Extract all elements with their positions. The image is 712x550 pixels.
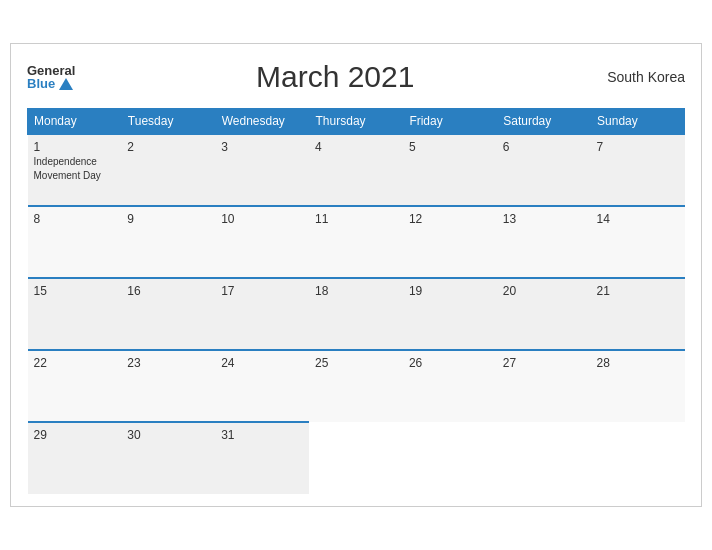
day-number: 19 — [409, 284, 491, 298]
logo-blue-text: Blue — [27, 77, 73, 90]
week-row-2: 891011121314 — [28, 206, 685, 278]
calendar-cell: 17 — [215, 278, 309, 350]
day-header-wednesday: Wednesday — [215, 109, 309, 135]
calendar-cell: 30 — [121, 422, 215, 494]
day-number: 9 — [127, 212, 209, 226]
calendar-cell: 29 — [28, 422, 122, 494]
day-number: 17 — [221, 284, 303, 298]
day-number: 12 — [409, 212, 491, 226]
logo-triangle-icon — [59, 78, 73, 90]
day-number: 1 — [34, 140, 116, 154]
calendar-cell — [497, 422, 591, 494]
calendar-cell: 5 — [403, 134, 497, 206]
calendar-region: South Korea — [595, 69, 685, 85]
calendar-cell: 1Independence Movement Day — [28, 134, 122, 206]
calendar-cell: 21 — [591, 278, 685, 350]
day-header-tuesday: Tuesday — [121, 109, 215, 135]
logo: General Blue — [27, 64, 75, 90]
calendar-cell: 12 — [403, 206, 497, 278]
calendar-cell — [403, 422, 497, 494]
calendar-cell: 31 — [215, 422, 309, 494]
day-headers-row: MondayTuesdayWednesdayThursdayFridaySatu… — [28, 109, 685, 135]
calendar-cell: 13 — [497, 206, 591, 278]
calendar-cell: 4 — [309, 134, 403, 206]
calendar-cell: 18 — [309, 278, 403, 350]
day-number: 25 — [315, 356, 397, 370]
calendar-cell: 20 — [497, 278, 591, 350]
calendar-cell: 10 — [215, 206, 309, 278]
calendar-grid: MondayTuesdayWednesdayThursdayFridaySatu… — [27, 108, 685, 494]
day-number: 14 — [597, 212, 679, 226]
day-number: 15 — [34, 284, 116, 298]
day-number: 18 — [315, 284, 397, 298]
week-row-5: 293031 — [28, 422, 685, 494]
day-number: 4 — [315, 140, 397, 154]
calendar-header: General Blue March 2021 South Korea — [27, 60, 685, 94]
calendar-cell: 26 — [403, 350, 497, 422]
calendar-cell: 6 — [497, 134, 591, 206]
day-event: Independence Movement Day — [34, 156, 101, 181]
calendar-cell: 3 — [215, 134, 309, 206]
day-number: 5 — [409, 140, 491, 154]
calendar-container: General Blue March 2021 South Korea Mond… — [10, 43, 702, 507]
calendar-cell: 9 — [121, 206, 215, 278]
calendar-cell: 8 — [28, 206, 122, 278]
day-number: 6 — [503, 140, 585, 154]
day-number: 28 — [597, 356, 679, 370]
day-header-sunday: Sunday — [591, 109, 685, 135]
day-header-saturday: Saturday — [497, 109, 591, 135]
calendar-cell — [591, 422, 685, 494]
day-number: 3 — [221, 140, 303, 154]
calendar-cell: 22 — [28, 350, 122, 422]
day-number: 11 — [315, 212, 397, 226]
calendar-cell: 27 — [497, 350, 591, 422]
day-number: 10 — [221, 212, 303, 226]
calendar-cell: 19 — [403, 278, 497, 350]
calendar-cell: 24 — [215, 350, 309, 422]
week-row-4: 22232425262728 — [28, 350, 685, 422]
day-number: 30 — [127, 428, 209, 442]
day-number: 20 — [503, 284, 585, 298]
day-number: 23 — [127, 356, 209, 370]
day-number: 31 — [221, 428, 303, 442]
day-header-monday: Monday — [28, 109, 122, 135]
calendar-cell: 7 — [591, 134, 685, 206]
day-number: 13 — [503, 212, 585, 226]
logo-blue-label: Blue — [27, 77, 55, 90]
day-header-thursday: Thursday — [309, 109, 403, 135]
day-header-friday: Friday — [403, 109, 497, 135]
day-number: 26 — [409, 356, 491, 370]
day-number: 16 — [127, 284, 209, 298]
calendar-title: March 2021 — [75, 60, 595, 94]
calendar-cell — [309, 422, 403, 494]
calendar-cell: 15 — [28, 278, 122, 350]
day-number: 7 — [597, 140, 679, 154]
calendar-cell: 25 — [309, 350, 403, 422]
day-number: 22 — [34, 356, 116, 370]
week-row-1: 1Independence Movement Day234567 — [28, 134, 685, 206]
day-number: 21 — [597, 284, 679, 298]
calendar-cell: 16 — [121, 278, 215, 350]
calendar-cell: 28 — [591, 350, 685, 422]
week-row-3: 15161718192021 — [28, 278, 685, 350]
day-number: 2 — [127, 140, 209, 154]
calendar-cell: 2 — [121, 134, 215, 206]
day-number: 8 — [34, 212, 116, 226]
calendar-cell: 11 — [309, 206, 403, 278]
day-number: 29 — [34, 428, 116, 442]
day-number: 27 — [503, 356, 585, 370]
calendar-cell: 23 — [121, 350, 215, 422]
calendar-cell: 14 — [591, 206, 685, 278]
day-number: 24 — [221, 356, 303, 370]
